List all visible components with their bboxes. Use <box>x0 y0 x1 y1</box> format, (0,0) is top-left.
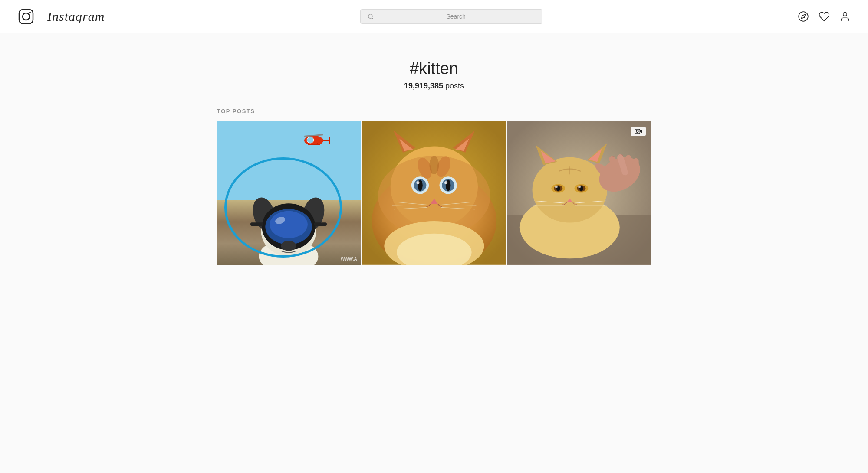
hashtag-post-count: 19,919,385 posts <box>217 82 651 91</box>
post-3-image <box>507 121 651 265</box>
main-header: Instagram <box>0 0 868 33</box>
svg-point-4 <box>799 12 808 21</box>
header-divider <box>41 10 41 23</box>
post-2-image <box>362 121 506 265</box>
svg-point-44 <box>416 181 419 184</box>
svg-rect-81 <box>633 158 639 178</box>
svg-point-26 <box>281 241 296 251</box>
post-item-3[interactable] <box>507 121 651 265</box>
helicopter-icon <box>304 133 335 148</box>
svg-rect-83 <box>635 129 640 134</box>
search-icon <box>368 13 374 20</box>
svg-marker-5 <box>801 14 805 18</box>
svg-point-2 <box>29 12 31 13</box>
svg-point-1 <box>23 13 30 20</box>
instagram-logo-icon <box>17 8 35 25</box>
svg-point-84 <box>636 130 638 133</box>
watermark-text: WWW.A <box>341 257 357 261</box>
svg-point-3 <box>368 14 372 18</box>
explore-icon[interactable] <box>798 11 809 22</box>
profile-icon[interactable] <box>839 11 851 22</box>
svg-point-11 <box>307 137 314 143</box>
petted-cat-image <box>507 121 651 265</box>
svg-point-71 <box>578 186 581 188</box>
svg-point-37 <box>429 156 439 174</box>
svg-rect-9 <box>329 137 330 144</box>
svg-point-45 <box>444 181 447 184</box>
search-input[interactable] <box>377 13 535 20</box>
post-item-2[interactable] <box>362 121 506 265</box>
posts-section: TOP POSTS Not a #kitten! <box>217 108 651 265</box>
search-bar[interactable] <box>360 9 542 24</box>
svg-rect-25 <box>314 222 327 226</box>
post-item-1[interactable]: Not a #kitten! <box>217 121 361 265</box>
main-content: #kitten 19,919,385 posts TOP POSTS Not a… <box>217 33 651 265</box>
header-right-icons <box>798 11 851 22</box>
posts-grid: Not a #kitten! <box>217 121 651 265</box>
header-logo-area: Instagram <box>17 8 105 25</box>
svg-rect-0 <box>19 10 33 23</box>
video-camera-icon <box>635 128 642 134</box>
svg-point-6 <box>843 12 847 16</box>
instagram-wordmark: Instagram <box>47 9 105 24</box>
top-posts-label: TOP POSTS <box>217 108 651 114</box>
svg-point-22 <box>270 211 308 238</box>
fluffy-cat-image <box>362 121 506 265</box>
svg-marker-85 <box>640 130 642 133</box>
dog-image <box>231 172 346 265</box>
activity-icon[interactable] <box>819 11 830 22</box>
svg-point-70 <box>555 186 558 188</box>
post-1-image: WWW.A <box>217 121 361 265</box>
hashtag-title: #kitten <box>217 59 651 78</box>
svg-rect-24 <box>250 222 263 226</box>
video-indicator <box>631 127 646 136</box>
hashtag-header: #kitten 19,919,385 posts <box>217 51 651 91</box>
